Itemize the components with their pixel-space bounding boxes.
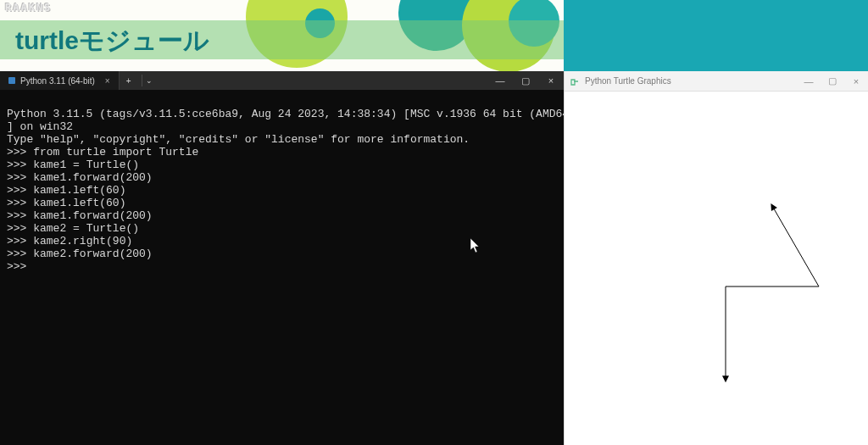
maximize-button[interactable]: ▢	[513, 75, 538, 86]
repl-line: >>> kame1 = Turtle()	[7, 159, 139, 171]
brand-logo: RAAKNS	[5, 2, 52, 14]
repl-banner: Python 3.11.5 (tags/v3.11.5:cce6ba9, Aug…	[7, 108, 576, 120]
svg-marker-1	[722, 375, 729, 382]
repl-line: >>> kame1.left(60)	[7, 197, 125, 209]
repl-prompt-empty: >>>	[7, 260, 33, 273]
terminal-body[interactable]: Python 3.11.5 (tags/v3.11.5:cce6ba9, Aug…	[0, 90, 564, 445]
repl-line: >>> kame2.right(90)	[7, 235, 132, 248]
minimize-button[interactable]: —	[487, 75, 513, 86]
turtle-canvas	[565, 92, 868, 445]
close-button[interactable]: ×	[538, 75, 564, 86]
repl-line: >>> from turtle import Turtle	[7, 146, 198, 159]
tab-dropdown-icon[interactable]: ⌄	[146, 76, 153, 85]
minimize-button[interactable]: —	[797, 76, 821, 86]
separator	[142, 75, 142, 86]
turtle-app-icon	[570, 76, 580, 86]
mouse-cursor-icon	[470, 238, 481, 253]
turtle-title-text: Python Turtle Graphics	[585, 76, 671, 86]
repl-line: >>> kame1.forward(200)	[7, 209, 153, 222]
repl-line: >>> kame1.forward(200)	[7, 171, 153, 184]
terminal-titlebar: Python 3.11 (64-bit) × + ⌄ — ▢ ×	[0, 71, 564, 90]
header-right-strip	[564, 0, 868, 71]
repl-line: >>> kame2.forward(200)	[7, 248, 153, 260]
repl-banner: Type "help", "copyright", "credits" or "…	[7, 133, 470, 146]
repl-line: >>> kame1.left(60)	[7, 184, 125, 197]
new-tab-button[interactable]: +	[120, 76, 138, 86]
repl-banner: ] on win32	[7, 120, 73, 133]
terminal-window: Python 3.11 (64-bit) × + ⌄ — ▢ × Python …	[0, 71, 564, 445]
terminal-tab-label: Python 3.11 (64-bit)	[20, 76, 95, 86]
repl-line: >>> kame2 = Turtle()	[7, 222, 139, 235]
lesson-title: turtleモジュール	[15, 24, 209, 58]
maximize-button[interactable]: ▢	[821, 75, 844, 86]
turtle-titlebar: Python Turtle Graphics — ▢ ×	[565, 71, 868, 92]
svg-marker-0	[771, 203, 776, 211]
terminal-tab[interactable]: Python 3.11 (64-bit) ×	[0, 71, 120, 90]
turtle-graphics-window: Python Turtle Graphics — ▢ ×	[564, 71, 868, 445]
tab-close-icon[interactable]: ×	[105, 76, 110, 86]
close-button[interactable]: ×	[844, 76, 868, 86]
lesson-header: RAAKNS turtleモジュール	[0, 0, 564, 71]
python-icon	[8, 77, 15, 84]
